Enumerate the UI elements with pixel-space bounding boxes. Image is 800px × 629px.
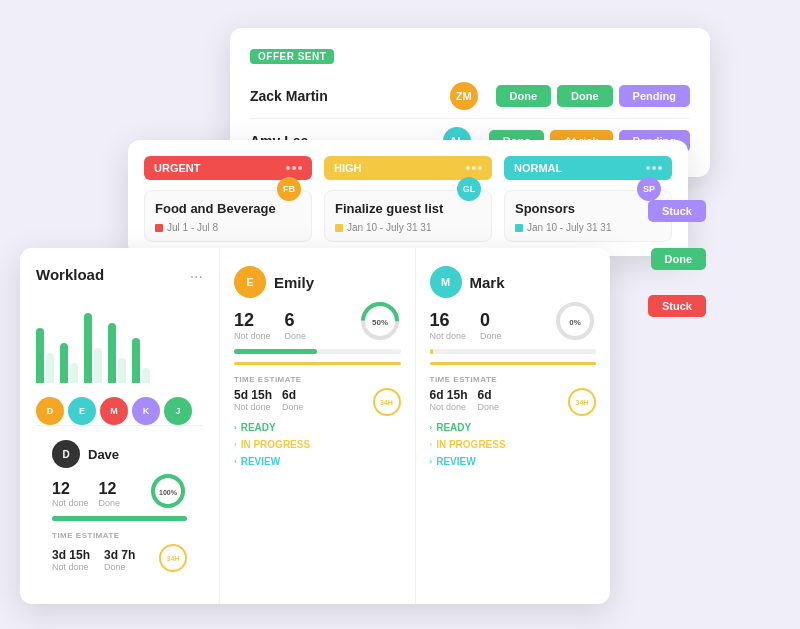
emily-done-num: 6 bbox=[285, 310, 307, 331]
mark-done-time: 6d Done bbox=[478, 388, 500, 416]
workload-more-button[interactable]: ··· bbox=[190, 268, 203, 286]
mark-yellow-bar bbox=[430, 362, 597, 365]
mark-stat-done: 0 Done bbox=[480, 310, 502, 341]
dot2 bbox=[292, 166, 296, 170]
emily-stat-notdone: 12 Not done bbox=[234, 310, 271, 341]
emily-done-time-sub: Done bbox=[282, 402, 304, 412]
wl-avatar-4: K bbox=[132, 397, 160, 425]
mark-progress-fill bbox=[430, 349, 433, 354]
bar-green-4 bbox=[108, 323, 116, 383]
emily-donut-svg: 50% bbox=[359, 300, 401, 342]
emily-time-badge: 34H bbox=[373, 388, 401, 416]
kanban-card-high: GL Finalize guest list Jan 10 - July 31 … bbox=[324, 190, 492, 242]
emily-stats-row: 12 Not done 6 Done 50% bbox=[234, 310, 401, 341]
bar-light-3 bbox=[94, 348, 102, 383]
status-done-1[interactable]: Done bbox=[496, 85, 552, 107]
dot9 bbox=[658, 166, 662, 170]
emily-time-row: 5d 15h Not done 6d Done 34H bbox=[234, 388, 401, 416]
mark-acc-review[interactable]: › REVIEW bbox=[430, 456, 597, 467]
dot3 bbox=[298, 166, 302, 170]
done-button-mid[interactable]: Done bbox=[651, 248, 707, 270]
mark-notdone-time-sub: Not done bbox=[430, 402, 468, 412]
emily-progress-bar bbox=[234, 349, 401, 354]
dave-time-badge-wrap: 34H bbox=[159, 544, 187, 572]
dot8 bbox=[652, 166, 656, 170]
dave-time-row: 3d 15h Not done 3d 7h Done 34H bbox=[52, 544, 187, 572]
mark-done-label: Done bbox=[480, 331, 502, 341]
workload-section: Workload ··· bbox=[20, 248, 220, 604]
emily-done-time: 6d Done bbox=[282, 388, 304, 416]
dave-notdone-time-val: 3d 15h bbox=[52, 548, 90, 562]
dave-card: D Dave 12 Not done 12 Done 100% bbox=[36, 425, 203, 586]
dave-time-badge: 34H bbox=[159, 544, 187, 572]
bar-green-5 bbox=[132, 338, 140, 383]
emily-notdone-num: 12 bbox=[234, 310, 271, 331]
dave-progress-bar bbox=[52, 516, 187, 521]
status-done-2[interactable]: Done bbox=[557, 85, 613, 107]
dave-header: D Dave bbox=[52, 440, 187, 468]
dave-done-time: 3d 7h Done bbox=[104, 548, 135, 572]
workload-avatars: D E M K J bbox=[36, 397, 203, 425]
card-avatar-high: GL bbox=[457, 177, 481, 201]
flag-normal bbox=[515, 224, 523, 232]
emily-done-label: Done bbox=[285, 331, 307, 341]
kanban-label-urgent: URGENT bbox=[154, 162, 200, 174]
mark-done-time-val: 6d bbox=[478, 388, 500, 402]
emily-acc-ready[interactable]: › READY bbox=[234, 422, 401, 433]
dave-notdone-label: Not done bbox=[52, 498, 89, 508]
dot5 bbox=[472, 166, 476, 170]
emily-acc-review[interactable]: › REVIEW bbox=[234, 456, 401, 467]
emily-donut: 50% bbox=[359, 300, 401, 346]
kanban-label-normal: NORMAL bbox=[514, 162, 562, 174]
chevron-review: › bbox=[234, 457, 237, 466]
kanban-panel: Stuck Done Stuck URGENT FB Food and Beve… bbox=[128, 140, 688, 256]
flag-high bbox=[335, 224, 343, 232]
wl-avatar-5: J bbox=[164, 397, 192, 425]
emily-header: E Emily bbox=[234, 266, 401, 298]
dot4 bbox=[466, 166, 470, 170]
mark-acc-inprogress[interactable]: › IN PROGRESS bbox=[430, 439, 597, 450]
bar-light-2 bbox=[70, 363, 78, 383]
bar-group-5 bbox=[132, 338, 150, 383]
wl-avatar-3: M bbox=[100, 397, 128, 425]
dave-notdone-time-sub: Not done bbox=[52, 562, 90, 572]
emily-acc-inprogress[interactable]: › IN PROGRESS bbox=[234, 439, 401, 450]
status-pending-1[interactable]: Pending bbox=[619, 85, 690, 107]
emily-time-label: TIME ESTIMATE bbox=[234, 375, 401, 384]
wl-avatar-2: E bbox=[68, 397, 96, 425]
mark-time-row: 6d 15h Not done 6d Done 34H bbox=[430, 388, 597, 416]
bar-group-1 bbox=[36, 328, 54, 383]
bar-light-1 bbox=[46, 353, 54, 383]
dave-done-time-val: 3d 7h bbox=[104, 548, 135, 562]
card-avatar-normal: SP bbox=[637, 177, 661, 201]
mark-time-section: TIME ESTIMATE 6d 15h Not done 6d Done 34… bbox=[430, 375, 597, 416]
stuck-button-bot[interactable]: Stuck bbox=[648, 295, 706, 317]
svg-text:50%: 50% bbox=[371, 318, 387, 327]
kanban-dots-normal[interactable] bbox=[646, 166, 662, 170]
svg-text:0%: 0% bbox=[569, 318, 581, 327]
kanban-card-normal: SP Sponsors Jan 10 - July 31 31 bbox=[504, 190, 672, 242]
emily-badge-wrap: 34H bbox=[373, 388, 401, 416]
emily-stat-done: 6 Done bbox=[285, 310, 307, 341]
svg-text:100%: 100% bbox=[159, 489, 178, 496]
dave-avatar: D bbox=[52, 440, 80, 468]
kanban-card-urgent: FB Food and Beverage Jul 1 - Jul 8 bbox=[144, 190, 312, 242]
emily-avatar: E bbox=[234, 266, 266, 298]
person-card-mark: M Mark 16 Not done 0 Done 0% bbox=[416, 248, 611, 604]
mark-acc-ready[interactable]: › READY bbox=[430, 422, 597, 433]
stuck-button-top[interactable]: Stuck bbox=[648, 200, 706, 222]
kanban-dots-high[interactable] bbox=[466, 166, 482, 170]
mark-badge-wrap: 34H bbox=[568, 388, 596, 416]
emily-done-time-val: 6d bbox=[282, 388, 304, 402]
bar-green-3 bbox=[84, 313, 92, 383]
avatar-zack: ZM bbox=[450, 82, 478, 110]
mark-notdone-num: 16 bbox=[430, 310, 467, 331]
kanban-col-high: HIGH GL Finalize guest list Jan 10 - Jul… bbox=[324, 156, 492, 242]
mark-name: Mark bbox=[470, 274, 505, 291]
mark-ready-label: READY bbox=[436, 422, 471, 433]
kanban-dots-urgent[interactable] bbox=[286, 166, 302, 170]
emily-time-section: TIME ESTIMATE 5d 15h Not done 6d Done 34… bbox=[234, 375, 401, 416]
mark-review-label: REVIEW bbox=[436, 456, 475, 467]
card-date-high: Jan 10 - July 31 31 bbox=[335, 222, 481, 233]
dot1 bbox=[286, 166, 290, 170]
